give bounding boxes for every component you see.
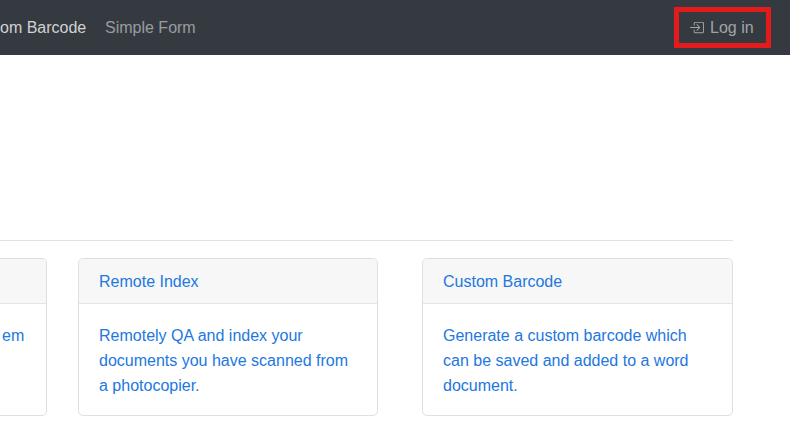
card-custom-barcode-header: Custom Barcode xyxy=(423,259,732,304)
login-link[interactable]: Log in xyxy=(689,0,754,55)
login-label: Log in xyxy=(710,19,754,37)
card-remote-index-title-link[interactable]: Remote Index xyxy=(99,269,199,294)
card-partial-header xyxy=(0,259,46,304)
card-remote-index-header: Remote Index xyxy=(79,259,377,304)
card-custom-barcode-body: Generate a custom barcode which can be s… xyxy=(423,304,732,417)
card-custom-barcode-title-link[interactable]: Custom Barcode xyxy=(443,269,562,294)
card-partial-body: em xyxy=(0,304,46,367)
horizontal-divider xyxy=(0,240,733,241)
card-partial-body-link[interactable]: em xyxy=(2,327,24,344)
card-remote-index-body-link[interactable]: Remotely QA and index your documents you… xyxy=(99,327,348,394)
card-remote-index: Remote Index Remotely QA and index your … xyxy=(78,258,378,416)
card-partial: em xyxy=(0,258,47,416)
navbar: om Barcode Simple Form Log in xyxy=(0,0,790,55)
card-custom-barcode-body-link[interactable]: Generate a custom barcode which can be s… xyxy=(443,327,689,394)
sign-in-icon xyxy=(689,20,704,35)
nav-item-custom-barcode[interactable]: om Barcode xyxy=(0,0,86,55)
card-custom-barcode: Custom Barcode Generate a custom barcode… xyxy=(422,258,733,416)
card-remote-index-body: Remotely QA and index your documents you… xyxy=(79,304,377,417)
nav-item-simple-form[interactable]: Simple Form xyxy=(105,0,196,55)
